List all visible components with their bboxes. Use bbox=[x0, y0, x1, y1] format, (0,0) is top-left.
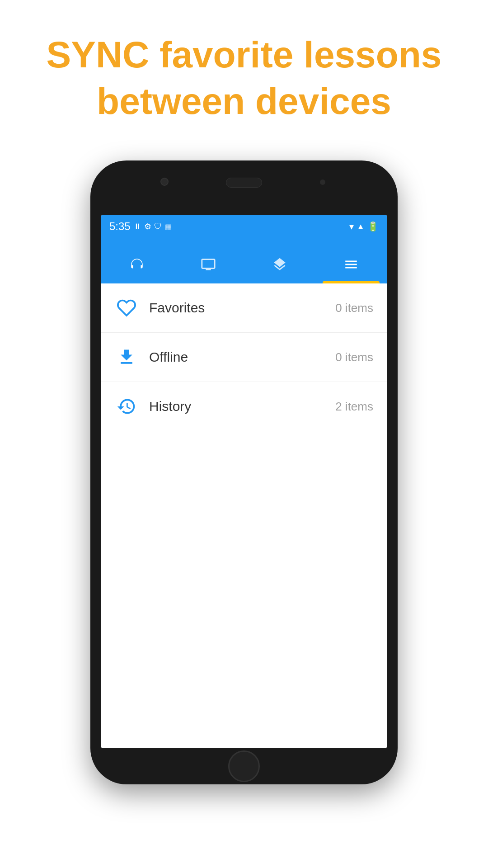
phone-bezel-bottom bbox=[90, 748, 398, 784]
layers-icon bbox=[272, 257, 287, 274]
heart-icon bbox=[117, 298, 136, 318]
tab-video[interactable] bbox=[173, 247, 244, 283]
sim-icon: ▦ bbox=[165, 222, 172, 231]
tab-lessons[interactable] bbox=[244, 247, 315, 283]
history-icon bbox=[117, 396, 136, 416]
phone-front-sensor bbox=[320, 179, 325, 185]
tv-icon bbox=[201, 257, 216, 274]
history-count: 2 items bbox=[335, 400, 373, 414]
phone-frame: 5:35 ⏸ ⚙ 🛡 ▦ ▾ ▲ 🔋 bbox=[90, 160, 398, 784]
pause-icon: ⏸ bbox=[133, 222, 141, 231]
settings-icon: ⚙ bbox=[144, 222, 151, 231]
list-item-favorites[interactable]: Favorites 0 items bbox=[101, 283, 387, 333]
offline-label: Offline bbox=[149, 349, 335, 365]
favorites-count: 0 items bbox=[335, 301, 373, 315]
page-header: SYNC favorite lessons between devices bbox=[0, 0, 488, 147]
tab-audio[interactable] bbox=[101, 247, 173, 283]
download-icon bbox=[117, 347, 136, 367]
app-toolbar bbox=[101, 238, 387, 283]
battery-icon: 🔋 bbox=[367, 221, 379, 232]
list-item-offline[interactable]: Offline 0 items bbox=[101, 333, 387, 382]
history-label: History bbox=[149, 399, 335, 414]
phone-speaker bbox=[226, 178, 262, 188]
list-item-history[interactable]: History 2 items bbox=[101, 382, 387, 431]
header-text: SYNC favorite lessons between devices bbox=[36, 32, 452, 124]
wifi-icon: ▾ bbox=[349, 221, 354, 232]
phone-screen: 5:35 ⏸ ⚙ 🛡 ▦ ▾ ▲ 🔋 bbox=[101, 215, 387, 748]
phone-home-button[interactable] bbox=[228, 750, 260, 782]
phone-bezel-top bbox=[90, 160, 398, 215]
signal-icon: ▲ bbox=[357, 222, 365, 231]
status-bar: 5:35 ⏸ ⚙ 🛡 ▦ ▾ ▲ 🔋 bbox=[101, 215, 387, 238]
favorites-icon-wrapper bbox=[115, 296, 138, 320]
tab-list[interactable] bbox=[315, 247, 387, 283]
status-bar-left: 5:35 ⏸ ⚙ 🛡 ▦ bbox=[109, 220, 172, 233]
status-bar-right: ▾ ▲ 🔋 bbox=[349, 221, 379, 232]
history-icon-wrapper bbox=[115, 395, 138, 418]
offline-count: 0 items bbox=[335, 350, 373, 364]
phone-camera bbox=[160, 178, 169, 186]
content-area: Favorites 0 items Offline 0 items bbox=[101, 283, 387, 748]
favorites-label: Favorites bbox=[149, 300, 335, 316]
status-time: 5:35 bbox=[109, 220, 131, 233]
menu-icon bbox=[343, 257, 359, 274]
shield-icon: 🛡 bbox=[154, 222, 162, 231]
headphones-icon bbox=[129, 257, 145, 274]
offline-icon-wrapper bbox=[115, 345, 138, 369]
